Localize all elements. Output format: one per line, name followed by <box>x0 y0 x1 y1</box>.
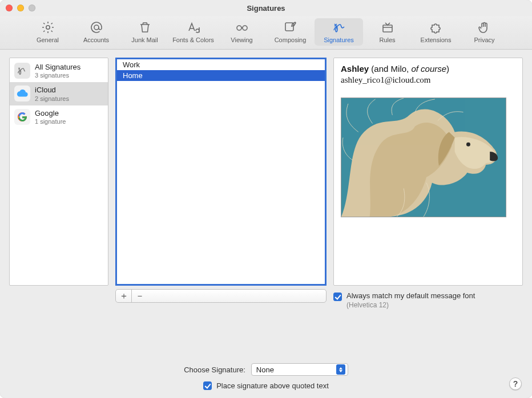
toolbar-fonts[interactable]: Fonts & Colors <box>169 18 217 46</box>
svg-point-2 <box>237 26 241 30</box>
trash-icon <box>137 21 153 35</box>
preferences-toolbar: GeneralAccountsJunk MailFonts & ColorsVi… <box>0 16 532 50</box>
signature-item[interactable]: Work <box>117 59 325 70</box>
choose-signature-value: None <box>256 365 274 374</box>
account-subtext: 2 signatures <box>35 95 69 102</box>
signature-item[interactable]: Home <box>117 70 325 81</box>
add-remove-control: ＋ － <box>115 289 327 303</box>
match-font-checkbox[interactable] <box>333 293 342 301</box>
signature-email: ashley_rico1@icloud.com <box>341 75 515 85</box>
signature-name-bold: Ashley <box>341 64 369 74</box>
toolbar-signatures[interactable]: Signatures <box>315 18 363 46</box>
account-subtext: 1 signature <box>35 118 66 125</box>
svg-point-7 <box>466 143 470 147</box>
accounts-panel: All Signatures3 signaturesiCloud2 signat… <box>9 58 108 286</box>
toolbar-label: Signatures <box>324 36 354 43</box>
account-text: Google1 signature <box>35 109 66 125</box>
toolbar-label: Viewing <box>231 36 252 43</box>
preview-column: Ashley (and Milo, of course) ashley_rico… <box>333 58 523 354</box>
signature-name-text2: ) <box>446 64 449 74</box>
toolbar-label: Privacy <box>474 36 494 43</box>
account-row-google[interactable]: Google1 signature <box>10 105 108 128</box>
signature-preview[interactable]: Ashley (and Milo, of course) ashley_rico… <box>333 58 523 286</box>
dropdown-arrows-icon <box>336 364 345 375</box>
toolbar-label: General <box>37 36 59 43</box>
signatures-column: WorkHome ＋ － <box>115 58 327 354</box>
preferences-window: Signatures GeneralAccountsJunk MailFonts… <box>0 0 532 398</box>
place-above-row: Place signature above quoted text <box>9 381 523 390</box>
icloud-icon <box>14 86 30 101</box>
signature-image <box>341 98 506 217</box>
toolbar-label: Accounts <box>83 36 109 43</box>
toolbar-accounts[interactable]: Accounts <box>72 18 120 46</box>
choose-signature-label: Choose Signature: <box>184 365 245 374</box>
titlebar: Signatures <box>0 0 532 16</box>
gear-icon <box>40 21 56 35</box>
help-button[interactable]: ? <box>509 377 522 390</box>
match-font-row: Always match my default message font (He… <box>333 291 523 309</box>
account-subtext: 3 signatures <box>35 72 80 79</box>
account-text: iCloud2 signatures <box>35 86 69 101</box>
toolbar-label: Composing <box>275 36 307 43</box>
fonts-icon <box>186 21 201 35</box>
google-icon <box>14 109 30 125</box>
content-area: All Signatures3 signaturesiCloud2 signat… <box>0 50 532 354</box>
toolbar-label: Extensions <box>421 36 452 43</box>
toolbar-viewing[interactable]: Viewing <box>217 18 266 46</box>
puzzle-icon <box>428 21 444 35</box>
svg-point-3 <box>243 26 247 30</box>
match-font-label: Always match my default message font <box>346 291 475 300</box>
account-row-icloud[interactable]: iCloud2 signatures <box>10 82 108 105</box>
rules-icon <box>380 21 396 35</box>
toolbar-composing[interactable]: Composing <box>266 18 315 46</box>
window-title: Signatures <box>0 4 532 13</box>
account-name: iCloud <box>35 86 69 95</box>
glasses-icon <box>234 21 250 35</box>
toolbar-label: Rules <box>379 36 395 43</box>
choose-signature-row: Choose Signature: None <box>9 363 523 376</box>
at-icon <box>88 21 104 35</box>
account-name: Google <box>35 109 66 118</box>
account-text: All Signatures3 signatures <box>35 63 80 79</box>
choose-signature-select[interactable]: None <box>251 363 348 376</box>
all-signatures-icon <box>14 63 30 79</box>
toolbar-label: Fonts & Colors <box>172 36 214 43</box>
account-row-all-signatures[interactable]: All Signatures3 signatures <box>10 59 108 82</box>
signature-list[interactable]: WorkHome <box>115 58 327 286</box>
remove-signature-button[interactable]: － <box>132 290 148 302</box>
add-signature-button[interactable]: ＋ <box>116 290 132 302</box>
signature-name-italic: of course <box>411 64 446 74</box>
place-above-label: Place signature above quoted text <box>216 381 329 390</box>
signature-name-text1: (and Milo, <box>369 64 411 74</box>
account-name: All Signatures <box>35 63 80 72</box>
place-above-checkbox[interactable] <box>203 381 212 390</box>
svg-point-0 <box>46 26 49 29</box>
match-font-sublabel: (Helvetica 12) <box>346 301 475 309</box>
toolbar-junk[interactable]: Junk Mail <box>120 18 169 46</box>
toolbar-general[interactable]: General <box>23 18 72 46</box>
toolbar-label: Junk Mail <box>131 36 158 43</box>
toolbar-privacy[interactable]: Privacy <box>460 18 509 46</box>
svg-point-1 <box>94 25 99 30</box>
signature-name-line: Ashley (and Milo, of course) <box>341 64 515 74</box>
svg-rect-5 <box>383 25 392 32</box>
toolbar-rules[interactable]: Rules <box>363 18 412 46</box>
hand-icon <box>477 21 493 35</box>
toolbar-extensions[interactable]: Extensions <box>412 18 460 46</box>
signature-icon <box>331 21 347 35</box>
footer: Choose Signature: None Place signature a… <box>0 354 532 398</box>
compose-icon <box>283 21 299 35</box>
